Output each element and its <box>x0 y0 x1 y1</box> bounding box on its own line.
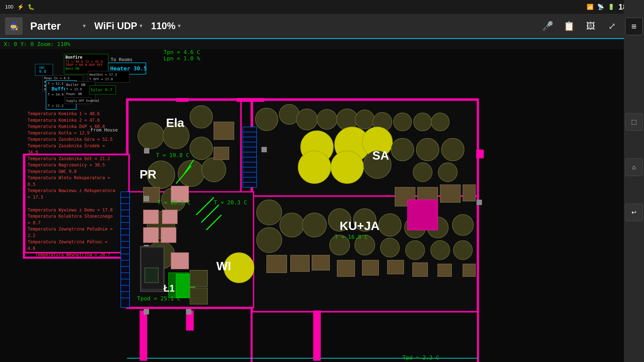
status-bar: 100 ⚡ 🐛 📶 📡 🔋 18:24 <box>0 0 644 14</box>
svg-point-55 <box>317 109 337 129</box>
floor-plan: Ela PR SA KU+JA WI Ł1 T = 19.8 C T = 20.… <box>0 49 624 362</box>
floor-dropdown-arrow: ▼ <box>82 23 87 29</box>
svg-text:WI: WI <box>216 259 231 273</box>
svg-text:Went ON: Went ON <box>65 67 79 70</box>
back-button[interactable]: ↩ <box>625 204 643 221</box>
svg-text:T = 20.3 C: T = 20.3 C <box>214 199 247 206</box>
svg-point-91 <box>431 241 450 260</box>
info-line-7: Temperatura Zasobnika Dół = 21.2 <box>28 156 116 162</box>
svg-point-78 <box>257 228 282 253</box>
svg-text:T = 16.8 C: T = 16.8 C <box>335 234 368 240</box>
svg-rect-108 <box>337 260 355 277</box>
svg-text:Requ In = 8.5: Requ In = 8.5 <box>44 76 70 80</box>
usb-icon: ⚡ <box>17 4 24 10</box>
svg-rect-44 <box>140 310 147 361</box>
zoom-level: 110% <box>151 21 175 31</box>
info-line-8: Temperatura Nagrzewnicy = 30.5 <box>28 162 116 168</box>
svg-point-75 <box>202 158 226 182</box>
svg-rect-100 <box>143 210 158 224</box>
svg-text:Tpod = 25.1 C: Tpod = 25.1 C <box>137 295 180 302</box>
svg-text:Power ON: Power ON <box>66 92 82 96</box>
svg-point-48 <box>138 123 164 149</box>
svg-rect-104 <box>171 253 189 269</box>
connection-label: WiFi UDP <box>94 21 137 31</box>
grid-button[interactable]: ⊞ <box>625 18 643 35</box>
app-logo[interactable]: 🧙 <box>5 17 23 35</box>
svg-point-60 <box>414 113 432 131</box>
svg-text:Lpn = 1.0 %: Lpn = 1.0 % <box>164 55 200 62</box>
svg-rect-138 <box>145 268 158 282</box>
svg-rect-46 <box>313 310 321 361</box>
svg-point-92 <box>453 241 472 260</box>
list-button[interactable]: 📋 <box>562 19 576 33</box>
info-line-2: Temperatura Kominka 2 = 47.6 <box>28 117 116 124</box>
svg-point-65 <box>298 151 331 184</box>
svg-text:T = 34.9: T = 34.9 <box>48 93 64 96</box>
svg-text:T = 12.9: T = 12.9 <box>66 87 82 91</box>
svg-point-86 <box>452 214 473 236</box>
svg-text:Boiler  ON: Boiler ON <box>66 83 85 87</box>
home-button[interactable]: ⌂ <box>625 158 643 176</box>
svg-text:Bonfire: Bonfire <box>65 55 82 60</box>
svg-point-69 <box>416 138 439 161</box>
info-line-14: Temperatura Zewnętrzna Południe = 2.2 <box>28 226 116 239</box>
svg-rect-111 <box>413 263 428 277</box>
info-line-9: Temperatura GWC 9.0 <box>28 168 116 175</box>
wifi-icon: 📶 <box>587 4 593 10</box>
window-button[interactable]: ⬚ <box>625 113 643 131</box>
info-line-11: Temperatura Nawiewu z Rekuperatora = 17.… <box>28 188 116 200</box>
svg-point-77 <box>257 200 282 225</box>
svg-point-90 <box>406 241 425 260</box>
svg-rect-41 <box>236 98 254 102</box>
svg-point-89 <box>380 238 399 257</box>
zoom-selector[interactable]: 110% ▼ <box>151 21 182 31</box>
svg-rect-112 <box>438 264 452 277</box>
svg-point-66 <box>331 151 364 184</box>
signal-icon: 📡 <box>597 4 604 10</box>
svg-text:Ł1: Ł1 <box>164 283 175 294</box>
svg-rect-40 <box>176 98 189 102</box>
connection-dropdown-arrow: ▼ <box>138 23 143 29</box>
svg-rect-129 <box>262 147 267 152</box>
left-info-panel: Temperatura Kominka 1 = 48.6 Temperatura… <box>26 109 117 259</box>
expand-button[interactable]: ⤢ <box>605 19 619 33</box>
svg-rect-101 <box>162 210 177 224</box>
svg-point-59 <box>393 113 412 131</box>
svg-rect-121 <box>190 270 208 287</box>
svg-point-54 <box>296 109 317 130</box>
svg-point-71 <box>413 163 432 182</box>
floor-title: Parter <box>30 20 80 32</box>
svg-rect-96 <box>214 122 234 140</box>
svg-rect-128 <box>144 148 149 153</box>
svg-text:KU+JA: KU+JA <box>340 219 380 233</box>
svg-text:GWC: GWC <box>39 66 45 69</box>
info-line-6: Temperatura Zasobnika Środek = 34.9 <box>28 143 116 156</box>
connection-selector[interactable]: WiFi UDP ▼ <box>94 21 143 31</box>
zoom-dropdown-arrow: ▼ <box>177 23 182 29</box>
svg-point-51 <box>190 137 213 160</box>
info-line-13: Temperatura Kolektora Słonecznego = 0.7 <box>28 213 116 226</box>
svg-point-52 <box>255 108 278 131</box>
svg-text:T OFF = 17.8: T OFF = 17.8 <box>89 77 113 81</box>
floor-selector[interactable]: Parter ▼ <box>30 20 87 32</box>
svg-rect-131 <box>144 196 149 201</box>
info-line-5: Temperatura Zasobnika Góra = 52.5 <box>28 136 116 143</box>
info-line-4: Temperatura Kotła = 12.9 <box>28 130 116 137</box>
svg-text:Heater 30.5: Heater 30.5 <box>110 65 147 72</box>
svg-text:HeatOut = 17.3: HeatOut = 17.3 <box>89 73 117 76</box>
svg-point-70 <box>441 138 464 161</box>
info-line-spacer <box>28 200 116 207</box>
svg-rect-109 <box>362 260 379 275</box>
svg-text:T = 21.2: T = 21.2 <box>48 104 64 108</box>
svg-text:To Rooms: To Rooms <box>111 57 133 62</box>
svg-point-57 <box>355 110 374 129</box>
svg-rect-116 <box>440 185 460 202</box>
svg-rect-130 <box>477 200 482 205</box>
svg-point-79 <box>280 213 304 237</box>
svg-rect-105 <box>267 255 287 273</box>
svg-rect-134 <box>186 309 191 314</box>
mic-button[interactable]: 🎤 <box>541 19 555 33</box>
svg-rect-22 <box>121 192 130 307</box>
svg-text:Ela: Ela <box>166 116 184 129</box>
image-button[interactable]: 🖼 <box>584 19 597 33</box>
